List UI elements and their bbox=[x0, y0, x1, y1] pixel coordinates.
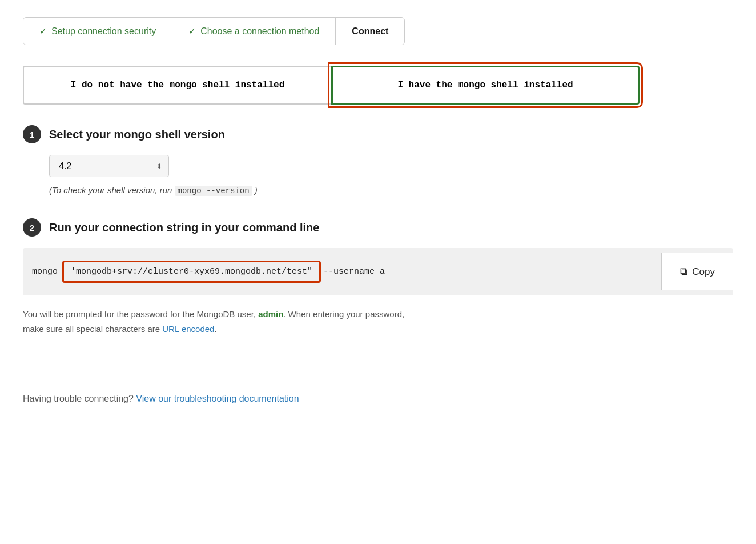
command-suffix: --username a bbox=[323, 267, 385, 277]
divider bbox=[23, 359, 733, 359]
info-text: You will be prompted for the password fo… bbox=[23, 307, 708, 336]
trouble-section: Having trouble connecting? View our trou… bbox=[23, 394, 733, 404]
info-text-pre: You will be prompted for the password fo… bbox=[23, 309, 256, 319]
section-1-title: Select your mongo shell version bbox=[49, 128, 225, 141]
command-text-area: mongo 'mongodb+srv://cluster0-xyx69.mong… bbox=[23, 248, 661, 295]
step-circle-1: 1 bbox=[23, 125, 41, 143]
step-2[interactable]: ✓ Choose a connection method bbox=[172, 18, 335, 45]
section-run-command: 2 Run your connection string in your com… bbox=[23, 218, 733, 336]
trouble-text-pre: Having trouble connecting? bbox=[23, 394, 134, 403]
section-2-title: Run your connection string in your comma… bbox=[49, 221, 319, 234]
version-hint-code: mongo --version bbox=[175, 186, 252, 196]
step-3-label: Connect bbox=[352, 26, 388, 37]
command-box: mongo 'mongodb+srv://cluster0-xyx69.mong… bbox=[23, 248, 733, 295]
section-2-header: 2 Run your connection string in your com… bbox=[23, 218, 733, 237]
step-1-label: Setup connection security bbox=[51, 26, 156, 37]
copy-label: Copy bbox=[692, 266, 715, 278]
check-icon-2: ✓ bbox=[188, 26, 196, 37]
copy-icon: ⧉ bbox=[680, 266, 687, 278]
section-select-version: 1 Select your mongo shell version 4.2 4.… bbox=[23, 125, 733, 195]
version-select-wrap: 4.2 4.0 3.6 ⬍ bbox=[49, 155, 733, 177]
step-1[interactable]: ✓ Setup connection security bbox=[23, 18, 172, 45]
command-prefix: mongo bbox=[32, 267, 58, 277]
toggle-has-shell-button[interactable]: I have the mongo shell installed bbox=[331, 66, 640, 105]
steps-bar: ✓ Setup connection security ✓ Choose a c… bbox=[23, 17, 405, 45]
section-1-header: 1 Select your mongo shell version bbox=[23, 125, 733, 143]
info-text-post: . bbox=[214, 324, 216, 334]
toggle-no-shell-button[interactable]: I do not have the mongo shell installed bbox=[23, 66, 331, 105]
version-hint: (To check your shell version, run mongo … bbox=[49, 185, 733, 195]
info-username: admin bbox=[258, 309, 283, 319]
step-circle-2: 2 bbox=[23, 218, 41, 237]
version-hint-post: ) bbox=[255, 185, 258, 195]
step-3[interactable]: Connect bbox=[335, 18, 404, 45]
step-2-label: Choose a connection method bbox=[200, 26, 319, 37]
version-select[interactable]: 4.2 4.0 3.6 bbox=[49, 155, 169, 177]
copy-button[interactable]: ⧉ Copy bbox=[661, 253, 733, 290]
toggle-group: I do not have the mongo shell installed … bbox=[23, 66, 733, 105]
troubleshooting-link[interactable]: View our troubleshooting documentation bbox=[136, 394, 299, 403]
url-encoded-link[interactable]: URL encoded bbox=[162, 324, 214, 334]
check-icon-1: ✓ bbox=[39, 26, 47, 37]
command-string-highlighted: 'mongodb+srv://cluster0-xyx69.mongodb.ne… bbox=[62, 261, 321, 283]
version-select-wrapper: 4.2 4.0 3.6 ⬍ bbox=[49, 155, 169, 177]
version-hint-pre: (To check your shell version, run bbox=[49, 185, 172, 195]
